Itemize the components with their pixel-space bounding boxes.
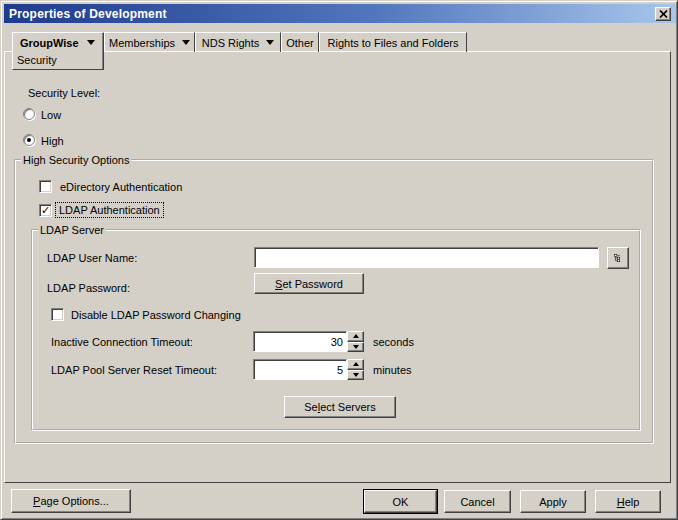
inactive-connection-timeout-label: Inactive Connection Timeout:	[51, 336, 193, 348]
ldap-authentication-checkbox[interactable]: ✓	[39, 204, 52, 217]
tab-groupwise-label: GroupWise	[20, 37, 79, 49]
close-icon	[659, 10, 668, 18]
help-button[interactable]: Help	[595, 490, 661, 513]
tab-other[interactable]: Other	[281, 32, 319, 52]
spin-down-button[interactable]	[347, 342, 364, 353]
ldap-server-title: LDAP Server	[38, 224, 106, 236]
edirectory-authentication-checkbox[interactable]	[39, 180, 52, 193]
dropdown-arrow-icon	[182, 40, 190, 45]
tab-nds-rights-label: NDS Rights	[202, 37, 259, 49]
tab-memberships-label: Memberships	[109, 37, 175, 49]
spin-up-icon	[353, 334, 359, 338]
tab-nds-rights[interactable]: NDS Rights	[195, 32, 281, 52]
spin-down-icon	[353, 373, 359, 377]
spin-down-button[interactable]	[347, 370, 364, 381]
tab-strip: Memberships NDS Rights Other Rights to F…	[104, 32, 467, 52]
apply-button[interactable]: Apply	[520, 490, 586, 513]
tab-groupwise[interactable]: GroupWise Security	[12, 32, 104, 70]
window-title: Properties of Development	[4, 7, 167, 21]
ok-button[interactable]: OK	[364, 490, 437, 513]
pool-timeout-unit-label: minutes	[373, 364, 412, 376]
dropdown-arrow-icon	[87, 40, 95, 45]
spin-up-button[interactable]	[347, 331, 364, 342]
inactive-timeout-unit-label: seconds	[373, 336, 414, 348]
security-high-label[interactable]: High	[41, 135, 64, 147]
disable-ldap-password-changing-checkbox[interactable]	[51, 308, 64, 321]
ldap-user-name-input[interactable]	[254, 247, 599, 268]
tab-other-label: Other	[286, 37, 314, 49]
inactive-connection-timeout-input[interactable]	[253, 331, 347, 352]
pool-timeout-spinner	[347, 359, 364, 380]
security-low-label[interactable]: Low	[41, 109, 61, 121]
select-servers-button[interactable]: Select Servers	[284, 396, 396, 418]
directory-tree-icon	[614, 251, 622, 265]
tab-memberships[interactable]: Memberships	[104, 32, 195, 52]
high-security-options-title: High Security Options	[21, 154, 131, 166]
radio-dot-icon	[27, 138, 31, 142]
spin-up-icon	[353, 362, 359, 366]
cancel-button[interactable]: Cancel	[444, 490, 511, 513]
spin-up-button[interactable]	[347, 359, 364, 370]
disable-ldap-password-changing-label[interactable]: Disable LDAP Password Changing	[71, 309, 241, 321]
security-low-radio[interactable]	[23, 108, 35, 120]
check-icon: ✓	[41, 205, 50, 216]
edirectory-authentication-label[interactable]: eDirectory Authentication	[60, 181, 182, 193]
tab-page-security-label: Security	[13, 52, 103, 69]
properties-dialog: Properties of Development GroupWise Secu…	[0, 0, 678, 520]
security-level-label: Security Level:	[28, 87, 100, 99]
security-high-radio[interactable]	[23, 134, 35, 146]
ldap-user-name-label: LDAP User Name:	[47, 252, 137, 264]
tab-rights-files-folders[interactable]: Rights to Files and Folders	[319, 32, 467, 52]
tab-rights-files-folders-label: Rights to Files and Folders	[328, 37, 459, 49]
browse-directory-button[interactable]	[607, 247, 629, 269]
title-bar[interactable]: Properties of Development	[4, 4, 676, 23]
spin-down-icon	[353, 345, 359, 349]
set-password-button[interactable]: Set Password	[254, 273, 364, 294]
dropdown-arrow-icon	[266, 40, 274, 45]
ldap-pool-reset-timeout-label: LDAP Pool Server Reset Timeout:	[51, 364, 217, 376]
ldap-authentication-label[interactable]: LDAP Authentication	[56, 203, 163, 217]
ldap-pool-reset-timeout-input[interactable]	[253, 359, 347, 380]
page-options-button[interactable]: Page Options...	[11, 489, 131, 513]
ldap-password-label: LDAP Password:	[47, 282, 130, 294]
close-button[interactable]	[655, 7, 671, 21]
inactive-timeout-spinner	[347, 331, 364, 352]
